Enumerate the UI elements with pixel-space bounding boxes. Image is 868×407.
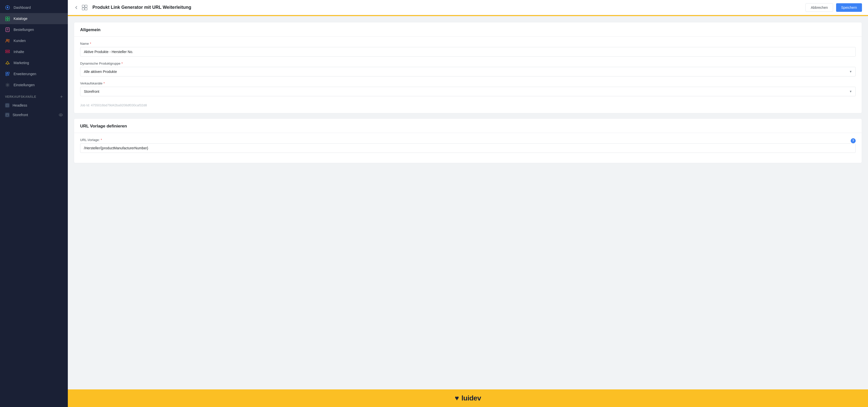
svg-point-10 xyxy=(6,39,8,41)
storefront-channel-icon xyxy=(5,113,9,117)
dynamic-group-select-wrapper: Alle aktiven Produkte ▼ xyxy=(80,67,856,77)
storefront-channel-label: Storefront xyxy=(12,113,28,117)
dashboard-icon xyxy=(5,5,10,10)
dynamic-group-label: Dynamische Produktgruppe * xyxy=(80,62,856,65)
svg-point-27 xyxy=(60,114,61,115)
sidebar-item-erweiterungen[interactable]: Erweiterungen xyxy=(0,68,68,80)
allgemein-section: Allgemein Name * Dynamische Pro xyxy=(74,22,862,113)
headless-channel-icon xyxy=(5,103,9,108)
url-section-header: URL Vorlage definieren xyxy=(74,119,862,133)
cancel-button[interactable]: Abbrechen xyxy=(805,3,833,12)
sales-channels-select[interactable]: Storefront xyxy=(80,87,856,96)
einstellungen-icon xyxy=(5,83,10,87)
sidebar-item-dashboard[interactable]: Dashboard xyxy=(0,2,68,13)
allgemein-section-title: Allgemein xyxy=(80,27,856,32)
sidebar-item-label-erweiterungen: Erweiterungen xyxy=(13,72,36,76)
sidebar-item-label-einstellungen: Einstellungen xyxy=(13,83,35,87)
sidebar-item-einstellungen[interactable]: Einstellungen xyxy=(0,80,68,90)
topbar-left: Produkt Link Generator mit URL Weiterlei… xyxy=(74,5,191,10)
sidebar-item-kunden[interactable]: Kunden xyxy=(0,35,68,46)
url-template-required-star: * xyxy=(101,138,102,142)
kunden-icon xyxy=(5,38,10,43)
svg-rect-4 xyxy=(8,17,9,19)
topbar-actions: Abbrechen Speichern xyxy=(805,3,862,12)
svg-rect-28 xyxy=(82,5,84,7)
svg-point-11 xyxy=(8,39,9,41)
save-button[interactable]: Speichern xyxy=(836,3,862,12)
name-field-group: Name * xyxy=(80,42,856,57)
svg-rect-3 xyxy=(5,17,7,19)
bestellungen-icon xyxy=(5,27,10,32)
svg-rect-13 xyxy=(5,52,9,53)
sidebar-section-label: Verkaufskanäle xyxy=(5,95,36,98)
back-button[interactable] xyxy=(74,5,79,10)
sidebar-item-label-kataloge: Kataloge xyxy=(13,17,27,21)
sidebar-item-bestellungen[interactable]: Bestellungen xyxy=(0,24,68,35)
main-content: Produkt Link Generator mit URL Weiterlei… xyxy=(68,0,868,407)
url-template-input[interactable] xyxy=(80,143,856,153)
svg-rect-12 xyxy=(5,50,9,51)
inhalte-icon xyxy=(5,49,10,54)
sales-channels-label: Verkaufskanäle * xyxy=(80,82,856,85)
add-channel-button[interactable]: + xyxy=(60,94,63,99)
sidebar-item-label-bestellungen: Bestellungen xyxy=(13,28,34,32)
sidebar-item-label-dashboard: Dashboard xyxy=(13,5,31,9)
sales-channels-required-star: * xyxy=(103,82,105,85)
allgemein-section-header: Allgemein xyxy=(74,22,862,37)
sidebar: Dashboard Kataloge xyxy=(0,0,68,407)
sidebar-nav: Dashboard Kataloge xyxy=(0,0,68,407)
sidebar-item-kataloge[interactable]: Kataloge xyxy=(0,13,68,24)
url-template-label-row: URL-Vorlage: * ? xyxy=(80,138,856,143)
svg-marker-14 xyxy=(6,61,9,64)
svg-point-21 xyxy=(7,84,8,86)
topbar: Produkt Link Generator mit URL Weiterlei… xyxy=(68,0,868,15)
svg-rect-25 xyxy=(6,114,8,116)
footer-logo-text: luidev xyxy=(461,394,481,402)
svg-rect-29 xyxy=(85,5,87,7)
name-label: Name * xyxy=(80,42,856,46)
sidebar-section-verkaufskanaele: Verkaufskanäle + xyxy=(0,90,68,100)
svg-rect-5 xyxy=(5,19,7,21)
svg-point-1 xyxy=(7,7,8,8)
sidebar-item-label-inhalte: Inhalte xyxy=(13,50,24,54)
footer-logo: ♥ luidev xyxy=(455,394,481,402)
sidebar-item-label-kunden: Kunden xyxy=(13,39,26,43)
dynamic-group-field-group: Dynamische Produktgruppe * Alle aktiven … xyxy=(80,62,856,77)
svg-rect-17 xyxy=(8,72,9,74)
name-required-star: * xyxy=(90,42,91,46)
sidebar-item-marketing[interactable]: Marketing xyxy=(0,57,68,68)
job-id-display: Job Id: 4755016bd79d42ba9208df030caf32d8 xyxy=(80,101,856,108)
help-icon[interactable]: ? xyxy=(851,138,856,143)
footer-heart-icon: ♥ xyxy=(455,394,459,402)
sales-channels-select-wrapper: Storefront ▼ xyxy=(80,87,856,96)
svg-rect-6 xyxy=(8,19,9,21)
storefront-visibility-icon[interactable] xyxy=(59,113,63,116)
sidebar-item-headless[interactable]: Headless xyxy=(0,100,68,110)
erweiterungen-icon xyxy=(5,71,10,77)
headless-channel-label: Headless xyxy=(12,103,27,107)
svg-rect-18 xyxy=(6,74,7,76)
dynamic-group-select[interactable]: Alle aktiven Produkte xyxy=(80,67,856,77)
url-section: URL Vorlage definieren URL-Vorlage: * ? xyxy=(74,118,862,163)
url-section-title: URL Vorlage definieren xyxy=(80,124,856,129)
svg-rect-7 xyxy=(6,28,9,32)
footer-bar: ♥ luidev xyxy=(68,389,868,407)
url-template-field-group: URL-Vorlage: * ? xyxy=(80,138,856,153)
page-type-icon xyxy=(82,5,87,10)
url-template-label: URL-Vorlage: * xyxy=(80,138,102,142)
sidebar-item-label-marketing: Marketing xyxy=(13,61,29,65)
allgemein-section-body: Name * Dynamische Produktgruppe * xyxy=(74,37,862,113)
svg-rect-30 xyxy=(82,8,84,10)
sidebar-item-inhalte[interactable]: Inhalte xyxy=(0,46,68,57)
dynamic-group-required-star: * xyxy=(121,62,123,65)
name-input[interactable] xyxy=(80,47,856,57)
kataloge-icon xyxy=(5,16,10,21)
svg-rect-22 xyxy=(6,104,8,107)
svg-rect-16 xyxy=(6,72,7,74)
content-area: Allgemein Name * Dynamische Pro xyxy=(68,16,868,389)
url-section-body: URL-Vorlage: * ? xyxy=(74,133,862,163)
marketing-icon xyxy=(5,60,10,65)
svg-rect-31 xyxy=(85,8,87,10)
sidebar-item-storefront[interactable]: Storefront xyxy=(0,110,68,120)
page-title: Produkt Link Generator mit URL Weiterlei… xyxy=(92,5,191,10)
